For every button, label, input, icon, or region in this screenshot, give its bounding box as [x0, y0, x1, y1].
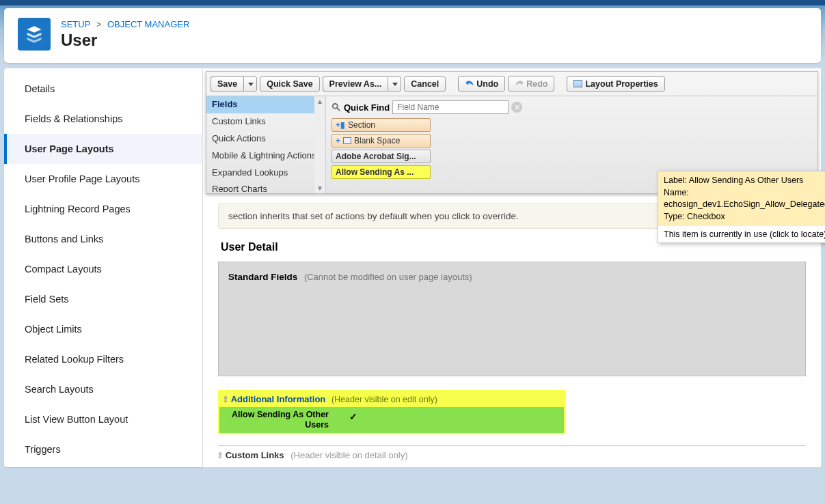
standard-fields-section: Standard Fields (Cannot be modified on u…: [218, 262, 806, 376]
sidebar-item-triggers[interactable]: Triggers: [4, 434, 202, 464]
clear-search-button[interactable]: ✕: [511, 102, 522, 113]
category-expanded-lookups[interactable]: Expanded Lookups: [206, 165, 325, 182]
category-fields[interactable]: Fields: [206, 96, 325, 113]
layout-properties-button[interactable]: Layout Properties: [567, 76, 664, 92]
checkmark-icon: ✓: [349, 411, 357, 422]
sidebar-item-list-view-button-layout[interactable]: List View Button Layout: [4, 404, 202, 434]
redo-button[interactable]: Redo: [508, 76, 554, 92]
preview-as-dropdown[interactable]: [388, 76, 401, 92]
undo-button[interactable]: Undo: [458, 76, 505, 92]
sidebar-item-user-profile-page-layouts[interactable]: User Profile Page Layouts: [4, 164, 202, 194]
custom-links-title: Custom Links: [226, 450, 284, 460]
scroll-down-icon[interactable]: ▼: [316, 184, 323, 192]
breadcrumb-setup[interactable]: SETUP: [61, 19, 90, 29]
palette-section[interactable]: +▮Section: [332, 118, 431, 132]
palette-allow-sending-as[interactable]: Allow Sending As ...: [332, 165, 431, 179]
svg-point-0: [333, 104, 338, 109]
additional-info-subtitle: (Header visible on edit only): [332, 395, 437, 404]
object-icon: [18, 18, 51, 51]
sidebar-item-user-page-layouts[interactable]: User Page Layouts: [4, 134, 202, 164]
sidebar-item-compact-layouts[interactable]: Compact Layouts: [4, 254, 202, 284]
category-mobile-lightning-actions[interactable]: Mobile & Lightning Actions: [206, 148, 325, 165]
toolbar: Save Quick Save Preview As... Cancel Und…: [206, 72, 817, 96]
quick-find-input[interactable]: [392, 100, 509, 114]
svg-line-1: [337, 108, 340, 111]
grip-icon: ⁞⁞: [218, 450, 221, 460]
breadcrumb-object-manager[interactable]: OBJECT MANAGER: [107, 19, 189, 29]
sidebar-item-buttons-and-links[interactable]: Buttons and Links: [4, 224, 202, 254]
sidebar-item-fields-relationships[interactable]: Fields & Relationships: [4, 104, 202, 134]
standard-fields-title: Standard Fields: [228, 272, 297, 282]
sidebar-item-search-layouts[interactable]: Search Layouts: [4, 374, 202, 404]
sidebar-item-lightning-record-pages[interactable]: Lightning Record Pages: [4, 194, 202, 224]
layout-editor: Save Quick Save Preview As... Cancel Und…: [202, 68, 821, 467]
layout-icon: [573, 80, 582, 87]
cancel-button[interactable]: Cancel: [404, 76, 446, 92]
custom-links-section: ⁞⁞ Custom Links (Header visible on detai…: [218, 445, 806, 460]
sidebar-item-object-limits[interactable]: Object Limits: [4, 314, 202, 344]
undo-icon: [465, 79, 474, 88]
preview-as-button[interactable]: Preview As...: [323, 76, 388, 92]
redo-icon: [515, 79, 524, 88]
additional-info-header: Additional Information: [231, 394, 326, 404]
page-header: SETUP > OBJECT MANAGER User: [4, 8, 821, 63]
quick-save-button[interactable]: Quick Save: [260, 76, 319, 92]
category-quick-actions[interactable]: Quick Actions: [206, 130, 325, 148]
palette-blank-space[interactable]: +Blank Space: [332, 134, 431, 148]
standard-fields-subtitle: (Cannot be modified on user page layouts…: [304, 272, 472, 282]
category-list: Fields Custom Links Quick Actions Mobile…: [206, 96, 326, 193]
blank-space-icon: [343, 137, 351, 144]
field-tooltip: Label: Allow Sending As Other Users Name…: [658, 171, 825, 243]
field-label: Allow Sending As Other Users: [226, 410, 329, 430]
save-button[interactable]: Save: [211, 76, 243, 92]
scroll-up-icon[interactable]: ▲: [316, 98, 323, 105]
palette-adobe-acrobat-sig[interactable]: Adobe Acrobat Sig...: [332, 150, 431, 163]
additional-information-section[interactable]: ⁞⁞ Additional Information (Header visibl…: [218, 390, 565, 434]
category-custom-links[interactable]: Custom Links: [206, 113, 325, 130]
category-scrollbar[interactable]: ▲ ▼: [314, 96, 325, 193]
sidebar-item-related-lookup-filters[interactable]: Related Lookup Filters: [4, 344, 202, 374]
field-allow-sending-as-other-users[interactable]: Allow Sending As Other Users ✓: [219, 407, 564, 433]
breadcrumb: SETUP > OBJECT MANAGER: [61, 19, 189, 29]
sidebar-item-field-sets[interactable]: Field Sets: [4, 284, 202, 314]
page-title: User: [61, 31, 189, 50]
grip-icon: ⁞⁞: [224, 394, 226, 404]
sidebar: Details Fields & Relationships User Page…: [4, 68, 202, 467]
custom-links-subtitle: (Header visible on detail only): [290, 450, 407, 460]
quick-find-label: Quick Find: [344, 102, 390, 113]
sidebar-item-details[interactable]: Details: [4, 74, 202, 104]
tooltip-locate-link[interactable]: This item is currently in use (click to …: [658, 226, 825, 242]
search-icon: [332, 102, 341, 112]
save-dropdown[interactable]: [243, 76, 257, 92]
category-report-charts[interactable]: Report Charts: [206, 181, 325, 192]
